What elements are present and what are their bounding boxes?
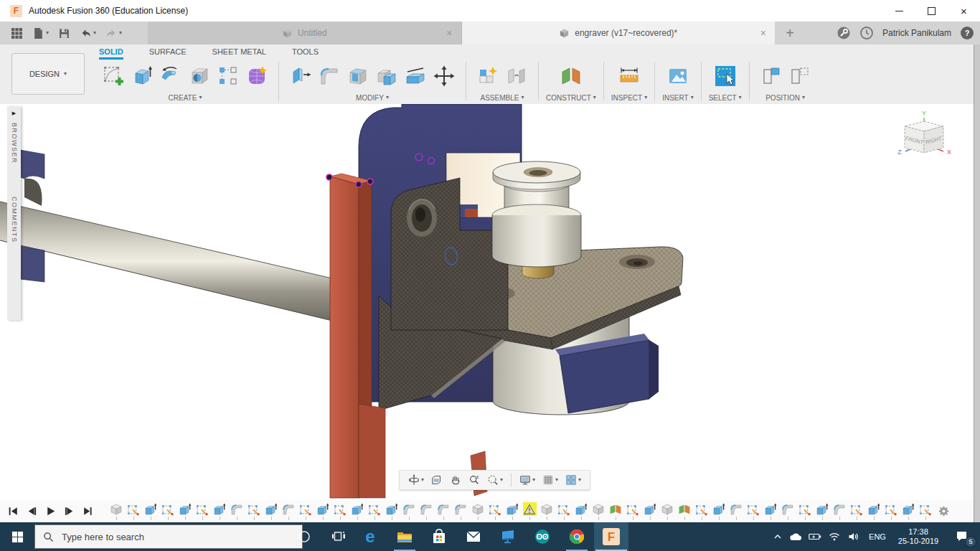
timeline-feature-fillet[interactable] <box>280 501 297 522</box>
timeline-go-to-start-button[interactable] <box>7 505 19 517</box>
ribbon-group-label[interactable]: MODIFY▾ <box>356 93 389 103</box>
3d-model[interactable] <box>0 104 974 500</box>
timeline-feature-component[interactable] <box>590 501 607 522</box>
look-at-button[interactable] <box>428 471 446 489</box>
taskbar-store-button[interactable] <box>422 522 456 551</box>
expand-panel-icon[interactable]: ▶ <box>12 110 16 116</box>
timeline-feature-sketch[interactable] <box>486 501 504 522</box>
capture-position-button[interactable] <box>757 60 786 92</box>
start-button[interactable] <box>0 522 34 551</box>
document-tab-1[interactable]: Untitled× <box>148 22 462 44</box>
timeline-feature-sketch[interactable] <box>297 501 314 522</box>
measure-button[interactable] <box>615 60 644 92</box>
ribbon-tab-tools[interactable]: TOOLS <box>292 44 319 60</box>
timeline-feature-extrude[interactable] <box>814 501 831 522</box>
timeline-feature-sketch[interactable] <box>125 501 142 522</box>
onedrive-cloud-icon[interactable] <box>786 522 805 551</box>
shell-button[interactable] <box>344 60 372 92</box>
timeline-feature-extrude[interactable] <box>263 501 280 522</box>
viewports-button[interactable]: ▾ <box>562 471 585 489</box>
revolve-button[interactable] <box>156 60 185 92</box>
display-settings-button[interactable]: ▾ <box>516 471 539 489</box>
grid-settings-button[interactable]: ▾ <box>539 471 562 489</box>
timeline-feature-component[interactable] <box>538 501 555 522</box>
timeline-feature-sketch[interactable] <box>848 501 865 522</box>
timeline-go-to-end-button[interactable] <box>82 505 94 517</box>
notifications-clock-icon[interactable] <box>859 26 874 40</box>
timeline-feature-sketch[interactable] <box>917 501 934 522</box>
pan-button[interactable] <box>446 471 465 489</box>
ribbon-group-label[interactable]: SELECT▾ <box>709 93 742 103</box>
timeline-feature-extrude[interactable] <box>573 501 590 522</box>
timeline-feature-sketch[interactable] <box>745 501 762 522</box>
create-sketch-button[interactable] <box>99 60 128 92</box>
timeline-feature-extrude[interactable] <box>504 501 521 522</box>
timeline-feature-fillet[interactable] <box>228 501 245 522</box>
timeline-feature-fillet[interactable] <box>779 501 796 522</box>
ribbon-tab-sheet-metal[interactable]: SHEET METAL <box>212 44 266 60</box>
file-menu-button[interactable]: ▾ <box>29 24 52 42</box>
timeline-feature-sketch[interactable] <box>159 501 176 522</box>
comments-panel-tab[interactable]: COMMENTS <box>11 197 18 243</box>
combine-button[interactable] <box>372 60 401 92</box>
new-document-tab-button[interactable]: + <box>781 22 799 44</box>
undo-button[interactable]: ▾ <box>76 24 100 42</box>
application-menu-button[interactable] <box>7 24 27 42</box>
timeline-feature-sketch[interactable] <box>555 501 573 522</box>
taskbar-mail-button[interactable] <box>456 522 491 551</box>
press-pull-button[interactable] <box>286 60 315 92</box>
timeline-feature-warning[interactable] <box>521 501 538 522</box>
timeline-feature-extrude[interactable] <box>383 501 400 522</box>
timeline-feature-fillet[interactable] <box>435 501 452 522</box>
timeline-feature-sketch[interactable] <box>245 501 263 522</box>
cortana-button[interactable] <box>287 522 321 551</box>
timeline-feature-extrude[interactable] <box>176 501 194 522</box>
move-button[interactable] <box>430 60 458 92</box>
model-orange-bracket-lower[interactable] <box>359 404 385 498</box>
taskbar-edge-button[interactable]: e <box>353 522 387 551</box>
model-viewport[interactable]: ▶ BROWSER COMMENTS Y Z X FRONT RIGHT ▾±▾… <box>0 104 974 500</box>
timeline-feature-sketch[interactable] <box>194 501 211 522</box>
taskbar-search[interactable] <box>34 524 303 549</box>
timeline-feature-extrude[interactable] <box>865 501 882 522</box>
ribbon-group-label[interactable]: POSITION▾ <box>765 93 805 103</box>
window-zoom-button[interactable]: ▾ <box>484 471 507 489</box>
timeline-feature-extrude[interactable] <box>142 501 159 522</box>
timeline-feature-sketch[interactable] <box>882 501 900 522</box>
timeline-feature-sketch[interactable] <box>331 501 349 522</box>
orbit-button[interactable]: ▾ <box>405 471 428 489</box>
language-indicator[interactable]: ENG <box>864 522 891 551</box>
timeline-feature-plane[interactable] <box>607 501 624 522</box>
fillet-button[interactable] <box>315 60 344 92</box>
select-button[interactable] <box>711 60 740 92</box>
ribbon-tab-solid[interactable]: SOLID <box>99 44 123 60</box>
zoom-button[interactable]: ± <box>465 471 484 489</box>
create-form-button[interactable] <box>242 60 271 92</box>
tray-chevron-up-icon[interactable] <box>769 522 786 551</box>
workspace-switcher[interactable]: DESIGN ▾ <box>11 53 85 95</box>
redo-button[interactable]: ▾ <box>102 24 126 42</box>
document-tab-2[interactable]: engraver (v17~recovered)*× <box>462 22 776 44</box>
close-tab-icon[interactable]: × <box>760 27 766 39</box>
timeline-feature-sketch[interactable] <box>796 501 814 522</box>
pattern-button[interactable] <box>214 60 242 92</box>
timeline-feature-extrude[interactable] <box>211 501 228 522</box>
browser-panel-tab[interactable]: BROWSER <box>11 123 18 164</box>
ribbon-group-label[interactable]: CREATE▾ <box>169 93 202 103</box>
insert-image-button[interactable] <box>664 60 692 92</box>
taskbar-chrome-button[interactable] <box>560 522 594 551</box>
job-status-icon[interactable] <box>837 26 851 40</box>
timeline-feature-sketch[interactable] <box>366 501 383 522</box>
maximize-button[interactable] <box>915 0 948 22</box>
timeline-feature-fillet[interactable] <box>727 501 745 522</box>
help-icon[interactable]: ? <box>960 26 974 40</box>
timeline-feature-fillet[interactable] <box>831 501 848 522</box>
revert-position-button[interactable] <box>786 60 814 92</box>
search-input[interactable] <box>60 531 294 543</box>
timeline-feature-extrude[interactable] <box>762 501 779 522</box>
clock[interactable]: 17:38 25-10-2019 <box>891 522 946 551</box>
ribbon-group-label[interactable]: ASSEMBLE▾ <box>481 93 524 103</box>
ribbon-group-label[interactable]: CONSTRUCT▾ <box>546 93 596 103</box>
ribbon-tab-surface[interactable]: SURFACE <box>149 44 187 60</box>
timeline-feature-plane[interactable] <box>676 501 693 522</box>
